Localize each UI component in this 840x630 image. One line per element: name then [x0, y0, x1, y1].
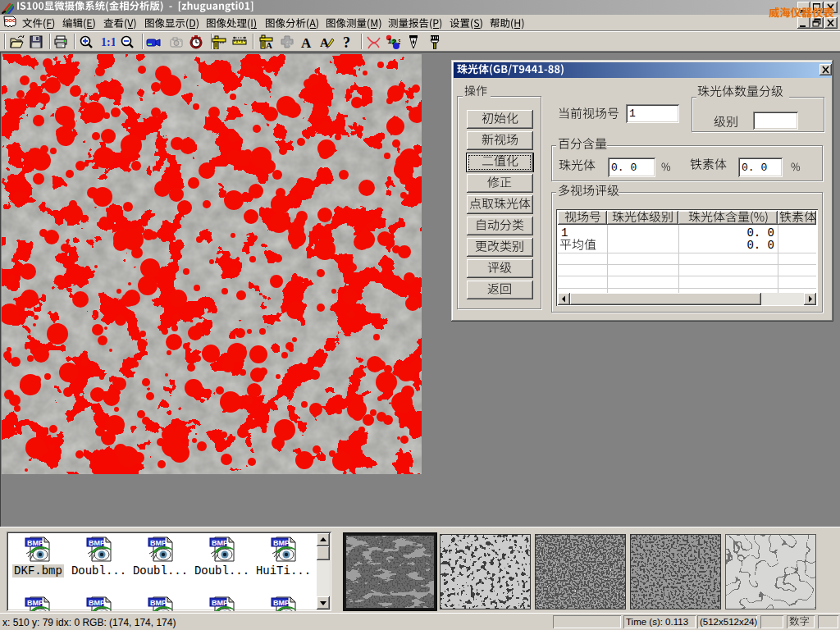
svg-text:BMP: BMP	[89, 539, 105, 547]
svg-text:A: A	[301, 35, 312, 49]
svg-text:A: A	[266, 40, 272, 49]
svg-text:BMP: BMP	[150, 539, 167, 547]
svg-text:BMP: BMP	[150, 599, 167, 607]
svg-text:BMP: BMP	[273, 539, 290, 547]
svg-text:BMP: BMP	[273, 599, 290, 607]
svg-text:BMP: BMP	[212, 599, 228, 607]
svg-text:BMP: BMP	[27, 599, 43, 607]
svg-text:3: 3	[398, 38, 400, 46]
svg-text:1:1: 1:1	[101, 36, 115, 48]
svg-text:?: ?	[343, 34, 350, 49]
svg-text:BMP: BMP	[212, 539, 228, 547]
svg-text:DOC: DOC	[5, 18, 16, 23]
svg-text:BMP: BMP	[27, 539, 43, 547]
svg-text:BMP: BMP	[89, 599, 105, 607]
